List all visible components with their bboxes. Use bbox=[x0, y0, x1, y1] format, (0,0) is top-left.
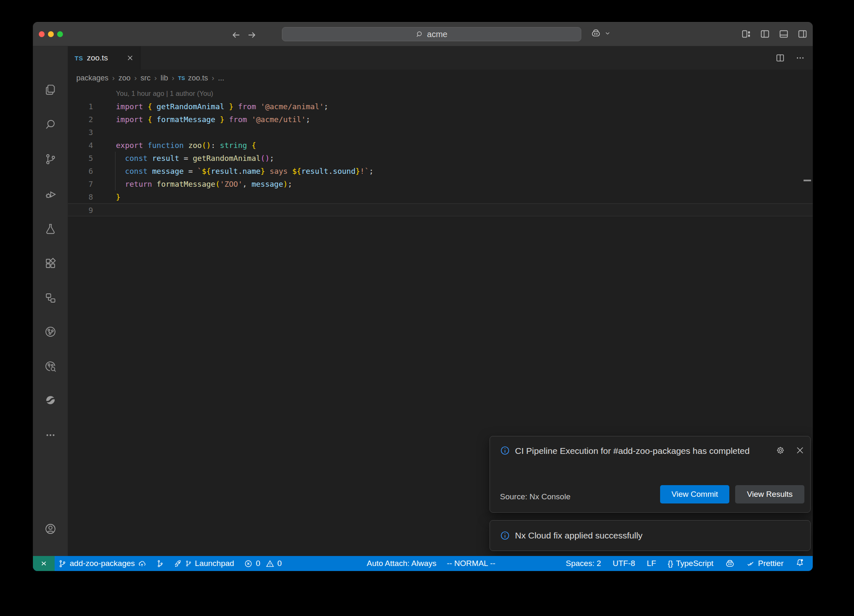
notification-close-icon[interactable] bbox=[795, 446, 805, 455]
typescript-file-icon: TS bbox=[75, 55, 83, 62]
code-line[interactable]: 2import { formatMessage } from '@acme/ut… bbox=[68, 113, 813, 126]
breadcrumb-separator-icon bbox=[134, 74, 137, 83]
split-editor-icon[interactable] bbox=[775, 53, 785, 63]
source-control-icon[interactable] bbox=[44, 153, 57, 165]
toggle-secondary-sidebar-icon[interactable] bbox=[797, 29, 808, 39]
line-number[interactable]: 8 bbox=[68, 190, 93, 203]
breadcrumb-overflow[interactable]: ... bbox=[218, 74, 224, 83]
close-tab-icon[interactable] bbox=[126, 54, 134, 62]
code-line[interactable]: 7 return formatMessage('ZOO', message); bbox=[68, 178, 813, 190]
line-number[interactable]: 1 bbox=[68, 100, 93, 113]
error-icon bbox=[244, 559, 253, 568]
copilot-status-icon[interactable] bbox=[725, 559, 735, 568]
code-line[interactable]: 9 bbox=[68, 203, 813, 216]
command-center-search[interactable]: acme bbox=[282, 27, 581, 41]
line-number[interactable]: 6 bbox=[68, 165, 93, 178]
line-number[interactable]: 5 bbox=[68, 152, 93, 165]
branch-status-item[interactable]: add-zoo-packages bbox=[58, 559, 146, 568]
testing-icon[interactable] bbox=[44, 223, 57, 235]
extensions-icon[interactable] bbox=[44, 257, 57, 270]
search-commits-icon[interactable] bbox=[44, 360, 57, 373]
more-actions-icon[interactable] bbox=[795, 53, 805, 63]
warning-icon bbox=[266, 559, 274, 568]
breadcrumb-item-packages[interactable]: packages bbox=[76, 74, 108, 83]
explorer-icon[interactable] bbox=[44, 83, 57, 96]
line-content: return formatMessage('ZOO', message); bbox=[116, 178, 292, 190]
rocket-icon bbox=[173, 559, 182, 568]
breadcrumb-item-src[interactable]: src bbox=[141, 74, 151, 83]
eol-status-item[interactable]: LF bbox=[647, 559, 656, 568]
tab-zoo-ts[interactable]: TS zoo.ts bbox=[68, 46, 141, 70]
remote-icon bbox=[39, 559, 48, 568]
launchpad-status-item[interactable]: Launchpad bbox=[173, 559, 234, 568]
copilot-icon bbox=[591, 28, 601, 38]
line-number[interactable]: 2 bbox=[68, 113, 93, 126]
notification-message: Nx Cloud fix applied successfully bbox=[515, 531, 643, 541]
notification-settings-gear-icon[interactable] bbox=[776, 446, 785, 455]
branch-name: add-zoo-packages bbox=[70, 559, 135, 568]
breadcrumb-item-zoo[interactable]: zoo bbox=[118, 74, 131, 83]
toggle-primary-sidebar-icon[interactable] bbox=[760, 29, 770, 39]
status-bar: add-zoo-packages Launchpad bbox=[33, 556, 813, 571]
language-status-item[interactable]: {} TypeScript bbox=[668, 559, 713, 568]
title-bar: acme bbox=[33, 22, 813, 46]
indent-guide bbox=[115, 152, 116, 190]
minimize-window-button[interactable] bbox=[48, 31, 54, 37]
zoom-window-button[interactable] bbox=[57, 31, 63, 37]
overview-ruler-mark bbox=[804, 180, 811, 181]
search-sidebar-icon[interactable] bbox=[44, 118, 57, 131]
breadcrumb-separator-icon bbox=[154, 74, 157, 83]
view-results-button[interactable]: View Results bbox=[735, 485, 804, 503]
run-and-debug-icon[interactable] bbox=[44, 188, 57, 200]
line-number[interactable]: 3 bbox=[68, 126, 93, 139]
customize-layout-icon[interactable] bbox=[741, 29, 751, 39]
back-button[interactable] bbox=[229, 28, 243, 42]
line-content: export function zoo(): string { bbox=[116, 139, 256, 152]
toggle-panel-icon[interactable] bbox=[779, 29, 789, 39]
vim-mode-status-item[interactable]: -- NORMAL -- bbox=[447, 559, 495, 568]
notification-nx-cloud-fix: Nx Cloud fix applied successfully bbox=[490, 520, 811, 551]
graph-status-item[interactable] bbox=[156, 559, 164, 568]
breadcrumb-item-lib[interactable]: lib bbox=[161, 74, 168, 83]
code-line[interactable]: 3 bbox=[68, 126, 813, 139]
problems-status-item[interactable]: 0 0 bbox=[244, 559, 281, 568]
code-line[interactable]: 5 const result = getRandomAnimal(); bbox=[68, 152, 813, 165]
tab-label: zoo.ts bbox=[87, 53, 108, 63]
close-window-button[interactable] bbox=[39, 31, 45, 37]
auto-attach-status-item[interactable]: Auto Attach: Always bbox=[367, 559, 437, 568]
code-line[interactable]: 1import { getRandomAnimal } from '@acme/… bbox=[68, 100, 813, 113]
git-blame-annotation: You, 1 hour ago | 1 author (You) bbox=[116, 90, 213, 98]
view-commit-button[interactable]: View Commit bbox=[660, 485, 729, 503]
line-number[interactable]: 9 bbox=[68, 204, 93, 216]
search-value: acme bbox=[427, 30, 447, 39]
typescript-file-icon: TS bbox=[178, 75, 185, 81]
breadcrumb-item-file[interactable]: TS zoo.ts bbox=[178, 74, 208, 83]
chevron-down-icon bbox=[604, 30, 611, 37]
project-graph-icon[interactable] bbox=[44, 292, 57, 304]
line-content: } bbox=[116, 190, 121, 203]
formatter-status-item[interactable]: Prettier bbox=[746, 559, 784, 568]
nx-console-icon[interactable] bbox=[44, 394, 57, 406]
account-icon[interactable] bbox=[44, 523, 57, 535]
tab-bar: TS zoo.ts bbox=[68, 46, 813, 70]
code-line[interactable]: 8} bbox=[68, 190, 813, 203]
indentation-status-item[interactable]: Spaces: 2 bbox=[566, 559, 601, 568]
more-views-icon[interactable] bbox=[44, 429, 57, 441]
remote-indicator[interactable] bbox=[33, 556, 55, 571]
code-line[interactable]: 4export function zoo(): string { bbox=[68, 139, 813, 152]
notifications-bell-icon[interactable] bbox=[795, 558, 804, 569]
commit-graph-icon[interactable] bbox=[44, 326, 57, 338]
encoding-status-item[interactable]: UTF-8 bbox=[613, 559, 635, 568]
line-content: import { formatMessage } from '@acme/uti… bbox=[116, 113, 310, 126]
code-line[interactable]: 6 const message = `${result.name} says $… bbox=[68, 165, 813, 178]
arrow-left-icon bbox=[231, 30, 241, 40]
line-number[interactable]: 4 bbox=[68, 139, 93, 152]
forward-button[interactable] bbox=[245, 28, 259, 42]
mini-branch-icon bbox=[185, 560, 192, 567]
launchpad-label: Launchpad bbox=[195, 559, 234, 568]
info-icon bbox=[500, 531, 510, 541]
search-icon bbox=[416, 30, 424, 38]
line-number[interactable]: 7 bbox=[68, 178, 93, 190]
notification-ci-pipeline: CI Pipeline Execution for #add-zoo-packa… bbox=[490, 436, 811, 513]
copilot-menu[interactable] bbox=[591, 28, 611, 38]
